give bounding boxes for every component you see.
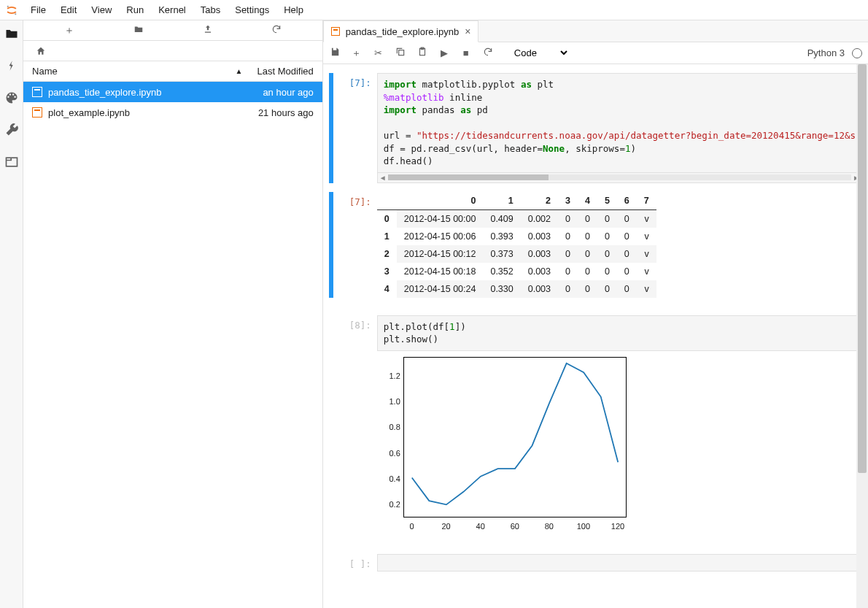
jupyter-logo[interactable] xyxy=(0,4,23,17)
tab-title: pandas_tide_explore.ipynb xyxy=(346,26,459,37)
filelist-header[interactable]: Name ▲ Last Modified xyxy=(23,61,322,82)
file-row[interactable]: pandas_tide_explore.ipynban hour ago xyxy=(23,82,322,102)
code-cell[interactable]: [7]: import matplotlib.pyplot as plt %ma… xyxy=(329,70,862,186)
notebook-body[interactable]: [7]: import matplotlib.pyplot as plt %ma… xyxy=(323,64,868,608)
top-menubar: FileEditViewRunKernelTabsSettingsHelp xyxy=(0,0,868,20)
v-scrollbar[interactable] xyxy=(856,64,868,608)
file-name: pandas_tide_explore.ipynb xyxy=(48,87,263,98)
menu-edit[interactable]: Edit xyxy=(53,1,84,18)
restart-icon[interactable] xyxy=(482,47,494,59)
file-row[interactable]: plot_example.ipynb21 hours ago xyxy=(23,102,322,123)
stop-icon[interactable]: ■ xyxy=(460,47,472,58)
filebrowser-toolbar: ＋ xyxy=(23,20,322,41)
cut-icon[interactable]: ✂ xyxy=(373,47,384,58)
out-prompt: [7]: xyxy=(336,192,377,298)
output-cell: [7]: 01234567 02012-04-15 00:000.4090.00… xyxy=(329,189,862,301)
tab-bar: pandas_tide_explore.ipynb × xyxy=(323,20,868,42)
file-name: plot_example.ipynb xyxy=(48,107,258,118)
celltype-select[interactable]: Code xyxy=(511,47,570,59)
copy-icon[interactable] xyxy=(395,47,406,59)
refresh-icon[interactable] xyxy=(271,24,282,36)
kernel-name[interactable]: Python 3 xyxy=(807,47,845,58)
dataframe-output: 01234567 02012-04-15 00:000.4090.0020000… xyxy=(377,192,656,298)
wrench-icon[interactable] xyxy=(4,123,19,137)
file-browser: ＋ Name ▲ Last Modified pandas_tide_explo… xyxy=(23,20,323,608)
breadcrumb[interactable] xyxy=(23,41,322,61)
menu-tabs[interactable]: Tabs xyxy=(193,1,228,18)
paste-icon[interactable] xyxy=(416,47,428,59)
add-cell-icon[interactable]: ＋ xyxy=(351,47,363,60)
tabs-icon[interactable] xyxy=(4,155,19,169)
code-cell[interactable]: [8]: plt.plot(df[1]) plt.show() 0.20.40.… xyxy=(329,312,862,539)
in-prompt: [8]: xyxy=(336,315,377,536)
h-scrollbar[interactable]: ◄► xyxy=(377,173,862,183)
notebook-icon xyxy=(32,107,42,118)
running-icon[interactable] xyxy=(4,58,19,73)
header-modified[interactable]: Last Modified xyxy=(257,66,313,77)
menu-kernel[interactable]: Kernel xyxy=(151,1,193,18)
palette-icon[interactable] xyxy=(4,91,19,105)
header-name[interactable]: Name xyxy=(32,66,235,77)
notebook-icon xyxy=(331,27,340,36)
menu-view[interactable]: View xyxy=(84,1,119,18)
svg-rect-3 xyxy=(398,50,403,55)
notebook-icon xyxy=(32,87,42,97)
notebook-tab[interactable]: pandas_tide_explore.ipynb × xyxy=(323,20,479,42)
menu-file[interactable]: File xyxy=(23,1,53,18)
sort-caret-icon[interactable]: ▲ xyxy=(236,67,243,75)
new-icon[interactable]: ＋ xyxy=(64,24,74,37)
left-sidebar xyxy=(0,20,23,608)
code-input[interactable]: import matplotlib.pyplot as plt %matplot… xyxy=(377,73,862,173)
svg-point-1 xyxy=(15,13,16,15)
in-prompt: [7]: xyxy=(336,73,377,183)
new-folder-icon[interactable] xyxy=(133,24,144,36)
menu-settings[interactable]: Settings xyxy=(228,1,276,18)
file-modified: an hour ago xyxy=(263,87,313,98)
file-modified: 21 hours ago xyxy=(258,107,314,118)
menu-help[interactable]: Help xyxy=(276,1,311,18)
run-icon[interactable]: ▶ xyxy=(438,47,450,58)
folder-icon[interactable] xyxy=(4,26,19,41)
kernel-indicator-icon[interactable] xyxy=(852,48,862,58)
menu-bar: FileEditViewRunKernelTabsSettingsHelp xyxy=(23,1,311,18)
save-icon[interactable] xyxy=(329,47,341,59)
menu-run[interactable]: Run xyxy=(119,1,151,18)
close-icon[interactable]: × xyxy=(465,26,470,37)
upload-icon[interactable] xyxy=(203,24,213,36)
work-area: pandas_tide_explore.ipynb × ＋ ✂ ▶ ■ Code… xyxy=(323,20,868,608)
in-prompt: [ ]: xyxy=(336,554,377,572)
code-cell[interactable]: [ ]: xyxy=(329,551,862,574)
code-input[interactable]: plt.plot(df[1]) plt.show() xyxy=(377,315,862,351)
svg-point-0 xyxy=(7,5,9,7)
plot-output: 0.20.40.60.81.01.2 020406080100120 xyxy=(377,354,632,536)
code-input[interactable] xyxy=(377,554,862,572)
notebook-toolbar: ＋ ✂ ▶ ■ Code Python 3 xyxy=(323,42,868,64)
